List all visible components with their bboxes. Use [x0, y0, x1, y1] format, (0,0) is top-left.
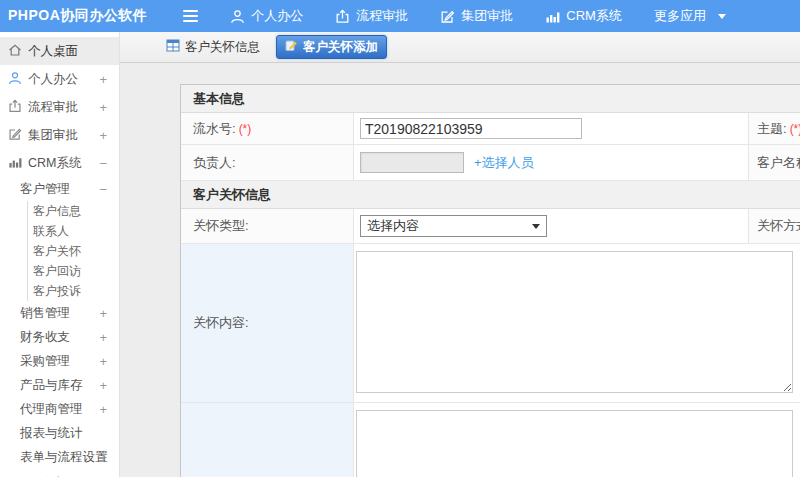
sidebar-item-sales-mgmt[interactable]: 销售管理 +	[0, 301, 119, 325]
form-row-owner: 负责人: +选择人员 客户名称: (*)	[181, 145, 800, 181]
form-row-care-type: 关怀类型: 选择内容 关怀方式:	[181, 209, 800, 244]
expand-toggle[interactable]: +	[99, 100, 107, 115]
required-marker: (*)	[790, 122, 800, 136]
form-row-serial: 流水号: (*) 主题: (*)	[181, 113, 800, 145]
sidebar-item-products-inventory[interactable]: 产品与库存 +	[0, 373, 119, 397]
care-type-field-cell: 选择内容	[354, 209, 749, 243]
extra-textarea[interactable]	[356, 410, 793, 477]
top-navbar: PHPOA协同办公软件 个人办公 流程审批 集团审批 CRM系统	[0, 0, 800, 32]
sidebar-item-customer-info[interactable]: 客户信息	[28, 201, 119, 221]
owner-label: 负责人:	[181, 145, 354, 180]
tab-label: 客户关怀信息	[185, 39, 260, 56]
sidebar-item-form-workflow-settings[interactable]: 表单与流程设置 +	[0, 445, 119, 469]
sidebar-item-finance[interactable]: 财务收支 +	[0, 325, 119, 349]
nav-item-label: 更多应用	[654, 7, 706, 25]
owner-input[interactable]	[360, 152, 464, 173]
sidebar-item-crm[interactable]: CRM系统 −	[0, 149, 119, 177]
sidebar-item-process-approval[interactable]: 流程审批 +	[0, 93, 119, 121]
home-icon	[8, 43, 22, 60]
care-content-label: 关怀内容:	[181, 244, 354, 402]
expand-toggle[interactable]: +	[99, 402, 107, 417]
nav-item-group-approval[interactable]: 集团审批	[440, 7, 513, 25]
owner-field-cell: +选择人员	[354, 145, 749, 180]
sidebar-item-personal-office[interactable]: 个人办公 +	[0, 65, 119, 93]
user-icon	[8, 71, 22, 88]
collapse-toggle[interactable]: −	[99, 182, 107, 197]
sidebar-item-customer-mgmt[interactable]: 客户管理 −	[0, 177, 119, 201]
sidebar-item-admin-office[interactable]: 行政办公 +	[0, 469, 119, 477]
nav-item-label: 个人办公	[251, 7, 303, 25]
tab-customer-care-info[interactable]: 客户关怀信息	[158, 35, 268, 59]
table-icon	[166, 39, 180, 55]
app-logo: PHPOA协同办公软件	[8, 7, 147, 25]
nav-item-label: 集团审批	[461, 7, 513, 25]
main-content: 客户关怀信息 客户关怀添加 基本信息 流水号: (*)	[120, 32, 800, 477]
chart-icon	[8, 155, 22, 172]
expand-toggle[interactable]: +	[99, 450, 107, 465]
sidebar-item-customer-revisit[interactable]: 客户回访	[28, 261, 119, 281]
expand-toggle[interactable]: +	[99, 128, 107, 143]
sidebar-item-customer-care[interactable]: 客户关怀	[28, 241, 119, 261]
expand-toggle[interactable]: +	[99, 72, 107, 87]
select-caret-icon	[532, 224, 540, 229]
serial-input[interactable]	[360, 118, 582, 139]
care-content-field-cell	[354, 244, 800, 402]
add-form-icon	[285, 39, 298, 55]
serial-label: 流水号: (*)	[181, 113, 354, 144]
sidebar-item-group-approval[interactable]: 集团审批 +	[0, 121, 119, 149]
sidebar: 个人桌面 个人办公 + 流程审批 + 集团审批	[0, 32, 120, 477]
section-header-basic-info: 基本信息	[181, 85, 800, 113]
select-personnel-link[interactable]: +选择人员	[474, 154, 534, 172]
edit-icon	[440, 9, 455, 24]
subject-label: 主题: (*)	[749, 113, 800, 144]
tab-customer-care-add[interactable]: 客户关怀添加	[276, 35, 387, 59]
care-content-textarea[interactable]	[356, 251, 793, 393]
process-icon	[335, 9, 350, 24]
expand-toggle[interactable]: +	[99, 306, 107, 321]
nav-item-more-apps[interactable]: 更多应用	[654, 7, 726, 25]
sidebar-item-customer-complaint[interactable]: 客户投诉	[28, 281, 119, 301]
care-method-label: 关怀方式:	[749, 209, 800, 243]
nav-item-crm[interactable]: CRM系统	[545, 7, 622, 25]
section-header-care-info: 客户关怀信息	[181, 181, 800, 209]
serial-field-cell	[354, 113, 749, 144]
expand-toggle[interactable]: +	[99, 330, 107, 345]
hamburger-menu-icon[interactable]	[183, 10, 198, 22]
caret-down-icon	[718, 14, 726, 19]
user-icon	[230, 9, 245, 24]
collapse-toggle[interactable]: −	[99, 156, 107, 171]
tab-label: 客户关怀添加	[303, 39, 378, 56]
required-marker: (*)	[239, 122, 252, 136]
care-type-select[interactable]: 选择内容	[360, 215, 547, 237]
customer-mgmt-submenu: 客户信息 联系人 客户关怀 客户回访 客户投诉	[27, 201, 119, 301]
nav-item-label: CRM系统	[566, 7, 622, 25]
extra-label	[181, 403, 354, 477]
customer-name-label: 客户名称: (*)	[749, 145, 800, 180]
expand-toggle[interactable]: +	[99, 354, 107, 369]
sidebar-item-purchasing[interactable]: 采购管理 +	[0, 349, 119, 373]
nav-item-process-approval[interactable]: 流程审批	[335, 7, 408, 25]
nav-item-personal-office[interactable]: 个人办公	[230, 7, 303, 25]
sidebar-item-reports-stats[interactable]: 报表与统计	[0, 421, 119, 445]
expand-toggle[interactable]: +	[99, 378, 107, 393]
edit-icon	[8, 127, 22, 144]
care-type-label: 关怀类型:	[181, 209, 354, 243]
form-row-care-content: 关怀内容:	[181, 244, 800, 403]
customer-care-add-form: 基本信息 流水号: (*) 主题: (*) 负责人:	[180, 84, 800, 477]
process-icon	[8, 99, 22, 116]
nav-item-label: 流程审批	[356, 7, 408, 25]
chart-icon	[545, 9, 560, 24]
sidebar-item-contacts[interactable]: 联系人	[28, 221, 119, 241]
tab-bar: 客户关怀信息 客户关怀添加	[120, 32, 800, 63]
extra-field-cell	[354, 403, 800, 477]
sidebar-item-agent-mgmt[interactable]: 代理商管理 +	[0, 397, 119, 421]
form-row-extra	[181, 403, 800, 477]
sidebar-item-personal-desktop[interactable]: 个人桌面	[0, 37, 119, 65]
